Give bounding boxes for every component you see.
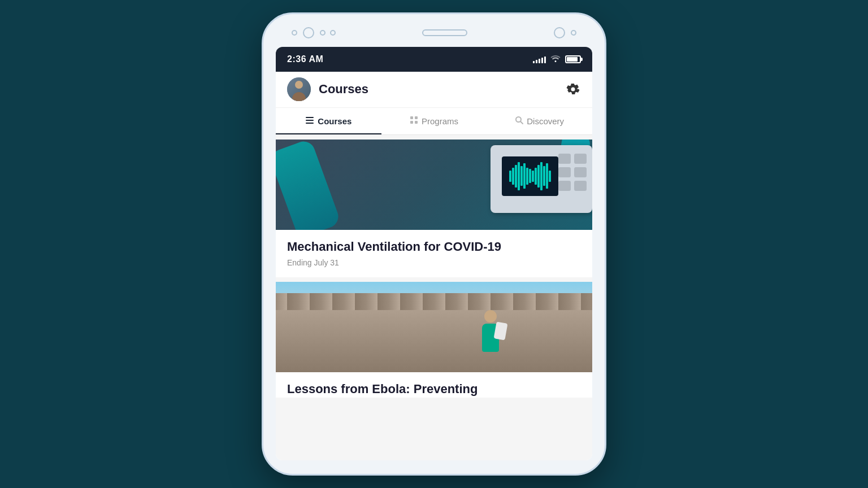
battery-icon [565,55,581,63]
app-header: Courses [276,72,592,108]
tab-programs[interactable]: Programs [381,108,487,134]
wave-bar-14 [546,163,548,189]
course-subtitle-1: Ending July 31 [287,258,581,267]
course-image-1 [276,140,592,230]
wave-bar-6 [523,163,526,189]
sensor-circle-2 [571,30,576,36]
signal-bar-1 [533,61,535,63]
wave-bar-10 [535,168,537,185]
vent-btn-3 [558,167,571,177]
phone-sensors [263,24,605,41]
tab-programs-label: Programs [422,116,458,126]
signal-bar-2 [536,60,537,63]
app-title: Courses [319,82,565,97]
sensor-pill [422,29,467,36]
signal-bar-4 [541,58,543,63]
person-body [482,324,499,352]
avatar [287,77,311,101]
wifi-icon [550,54,561,64]
signal-bar-5 [544,56,546,63]
tab-discovery[interactable]: Discovery [487,108,592,134]
signal-bar-3 [539,59,540,63]
grid-icon [410,116,418,126]
svg-rect-1 [306,120,314,121]
status-time: 2:36 AM [287,54,323,64]
wave-bar-13 [543,166,545,186]
wave-bar-9 [532,171,534,182]
course-card-1[interactable]: Mechanical Ventilation for COVID-19 Endi… [276,140,592,278]
ventilator-buttons [558,154,587,191]
sensor-pair [320,30,336,36]
status-icons [533,54,581,64]
building-roof [276,293,592,310]
sensor-dot-2 [320,30,326,36]
vent-btn-5 [558,181,571,191]
phone-frame: 2:36 AM [262,12,606,476]
vent-btn-6 [574,181,587,191]
wave-bar-2 [512,168,514,185]
tab-courses-label: Courses [318,116,351,126]
svg-rect-4 [415,116,418,119]
svg-rect-0 [306,117,314,118]
vent-btn-4 [574,167,587,177]
svg-rect-3 [410,116,413,119]
course-image-2 [276,282,592,372]
course-title-1: Mechanical Ventilation for COVID-19 [287,239,581,255]
teal-arm-1 [276,140,341,230]
svg-rect-6 [415,121,418,124]
sensor-dot-1 [292,30,297,36]
vent-btn-1 [558,154,571,164]
wave-bar-7 [526,168,528,185]
sensor-circle-1 [554,27,565,38]
svg-rect-2 [306,123,314,124]
wave-bar-3 [515,165,517,188]
wave-bar-1 [509,171,511,182]
avatar-head [295,81,303,89]
course-info-1: Mechanical Ventilation for COVID-19 Endi… [276,230,592,278]
avatar-inner [287,77,311,101]
person-head [484,310,497,323]
person-figure [479,310,502,361]
svg-line-8 [520,121,523,124]
battery-fill [567,57,578,62]
signal-icon [533,55,546,63]
ventilator-screen [502,156,558,196]
wave-bar-4 [518,162,520,190]
avatar-body [292,92,306,101]
course-title-2: Lessons from Ebola: Preventing [276,372,592,398]
waveform [509,162,551,190]
wave-bar-5 [520,166,523,186]
search-icon [515,116,523,126]
status-bar: 2:36 AM [276,47,592,72]
tab-bar: Courses Programs [276,108,592,135]
settings-button[interactable] [565,81,581,97]
phone-screen: 2:36 AM [276,47,592,460]
building [276,293,592,372]
sensor-dot-3 [330,30,336,36]
svg-rect-5 [410,121,413,124]
content-area: Mechanical Ventilation for COVID-19 Endi… [276,135,592,460]
wave-bar-8 [529,169,531,183]
ebola-image [276,282,592,372]
front-camera [303,27,314,38]
wave-bar-12 [540,162,542,190]
ventilator-body [491,145,592,213]
ventilator-image [276,140,592,230]
list-icon [305,116,314,127]
wave-bar-15 [549,171,551,182]
tab-discovery-label: Discovery [527,116,564,126]
vent-btn-2 [574,154,587,164]
tab-courses[interactable]: Courses [276,108,381,134]
wave-bar-11 [537,165,540,188]
course-card-2[interactable]: Lessons from Ebola: Preventing [276,282,592,398]
